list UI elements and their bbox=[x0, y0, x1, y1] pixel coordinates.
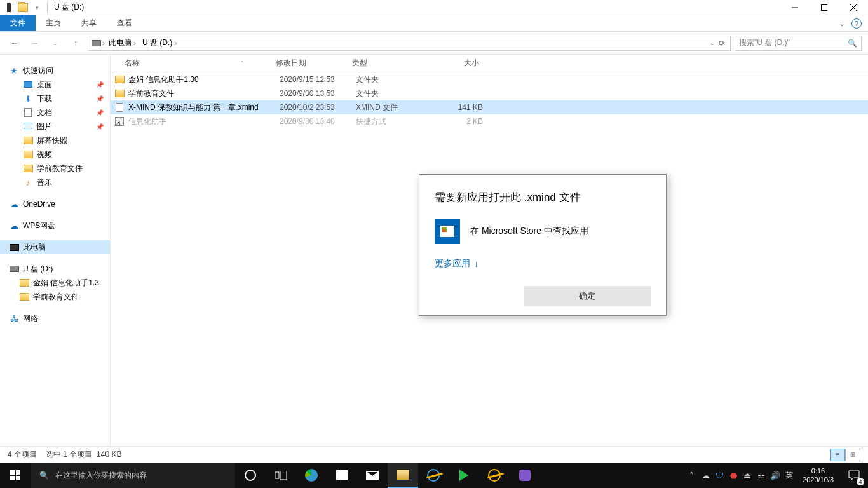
col-date[interactable]: 修改日期 bbox=[276, 58, 352, 69]
qat-folder-icon[interactable] bbox=[17, 1, 29, 14]
help-icon[interactable]: ? bbox=[851, 18, 862, 29]
taskbar-ie2[interactable] bbox=[479, 463, 510, 488]
sidebar-desktop[interactable]: 桌面📌 bbox=[0, 78, 110, 92]
sidebar-wps[interactable]: ☁WPS网盘 bbox=[0, 219, 110, 233]
taskbar-search[interactable]: 🔍在这里输入你要搜索的内容 bbox=[31, 463, 235, 488]
status-bar: 4 个项目 选中 1 个项目 140 KB ≡ ⊞ bbox=[0, 446, 868, 463]
tab-home[interactable]: 主页 bbox=[36, 15, 71, 31]
file-row[interactable]: ↗信息化助手2020/9/30 13:40快捷方式2 KB bbox=[111, 114, 868, 128]
tray-overflow-icon[interactable]: ˄ bbox=[684, 471, 698, 480]
sidebar-usb-drive[interactable]: U 盘 (D:) bbox=[0, 262, 110, 276]
tray-eject-icon[interactable]: ⏏ bbox=[740, 471, 754, 480]
download-icon: ⬇ bbox=[23, 93, 33, 104]
crumb-drive[interactable]: U 盘 (D:)› bbox=[140, 36, 179, 50]
file-name: 信息化助手 bbox=[128, 116, 280, 127]
file-icon bbox=[114, 74, 125, 85]
sidebar-usb-folder2[interactable]: 学前教育文件 bbox=[0, 290, 110, 304]
notifications-button[interactable]: 4 bbox=[840, 463, 868, 488]
tab-file[interactable]: 文件 bbox=[0, 15, 36, 31]
sidebar-documents[interactable]: 文档📌 bbox=[0, 105, 110, 119]
file-date: 2020/9/30 13:40 bbox=[280, 117, 356, 126]
pin-icon: 📌 bbox=[96, 109, 104, 116]
search-box[interactable]: 搜索"U 盘 (D:)" 🔍 bbox=[735, 36, 862, 51]
sidebar-quick-access[interactable]: ★快速访问 bbox=[0, 64, 110, 78]
start-button[interactable] bbox=[0, 463, 31, 488]
taskbar-media[interactable] bbox=[449, 463, 479, 488]
back-button[interactable]: ← bbox=[6, 35, 23, 51]
taskbar-ie[interactable] bbox=[418, 463, 449, 488]
ribbon-expand-icon[interactable]: ⌄ bbox=[839, 19, 845, 28]
store-option[interactable]: 在 Microsoft Store 中查找应用 bbox=[435, 219, 651, 244]
sidebar-downloads[interactable]: ⬇下载📌 bbox=[0, 92, 110, 105]
title-bar: ▾ U 盘 (D:) bbox=[0, 0, 868, 15]
svg-rect-1 bbox=[822, 4, 827, 10]
refresh-icon[interactable]: ⟳ bbox=[719, 39, 725, 48]
sidebar-network[interactable]: 🖧网络 bbox=[0, 311, 110, 325]
music-icon: ♪ bbox=[23, 177, 33, 187]
folder-icon bbox=[19, 292, 29, 302]
sidebar-screenshots[interactable]: 屏幕快照 bbox=[0, 133, 110, 147]
ok-button[interactable]: 确定 bbox=[524, 286, 651, 306]
sidebar-onedrive[interactable]: ☁OneDrive bbox=[0, 197, 110, 211]
col-name[interactable]: 名称˄ bbox=[111, 58, 276, 69]
file-row[interactable]: 金娟 信息化助手1.302020/9/15 12:53文件夹 bbox=[111, 72, 868, 86]
sidebar-videos[interactable]: 视频 bbox=[0, 147, 110, 161]
sidebar-usb-folder1[interactable]: 金娟 信息化助手1.3 bbox=[0, 276, 110, 290]
tray-app-icon[interactable]: ⬣ bbox=[726, 471, 740, 480]
more-apps-link[interactable]: 更多应用↓ bbox=[435, 258, 651, 269]
tab-view[interactable]: 查看 bbox=[107, 15, 142, 31]
sidebar-folder-edu[interactable]: 学前教育文件 bbox=[0, 161, 110, 175]
view-details-button[interactable]: ≡ bbox=[830, 449, 845, 461]
taskbar-app[interactable] bbox=[510, 463, 540, 488]
view-icons-button[interactable]: ⊞ bbox=[845, 449, 860, 461]
file-icon: ↗ bbox=[114, 116, 125, 126]
taskbar-store[interactable] bbox=[327, 463, 357, 488]
file-icon bbox=[114, 102, 125, 112]
sidebar-music[interactable]: ♪音乐 bbox=[0, 175, 110, 189]
search-placeholder: 搜索"U 盘 (D:)" bbox=[739, 37, 790, 48]
folder-icon bbox=[23, 163, 33, 173]
tray-wifi-icon[interactable]: ⚍ bbox=[754, 471, 768, 480]
star-icon: ★ bbox=[9, 65, 19, 76]
ms-store-icon bbox=[435, 219, 460, 244]
tray-volume-icon[interactable]: 🔊 bbox=[768, 471, 782, 480]
minimize-button[interactable] bbox=[780, 0, 810, 15]
sidebar-thispc[interactable]: 此电脑 bbox=[0, 240, 110, 254]
file-row[interactable]: X-MIND 保教知识与能力 第一章.xmind2020/10/2 23:53X… bbox=[111, 100, 868, 114]
status-count: 4 个项目 bbox=[8, 449, 37, 460]
qat-dropdown-icon[interactable]: ▾ bbox=[31, 1, 43, 14]
taskbar-explorer[interactable] bbox=[388, 463, 418, 488]
recent-dropdown[interactable]: ⌄ bbox=[47, 35, 64, 51]
tray-security-icon[interactable]: 🛡 bbox=[712, 471, 726, 480]
forward-button[interactable]: → bbox=[27, 35, 43, 51]
col-type[interactable]: 类型 bbox=[352, 58, 428, 69]
search-icon[interactable]: 🔍 bbox=[848, 39, 857, 48]
col-size[interactable]: 大小 bbox=[428, 58, 485, 69]
network-icon: 🖧 bbox=[9, 313, 19, 323]
tab-share[interactable]: 共享 bbox=[71, 15, 107, 31]
taskbar-mail[interactable] bbox=[357, 463, 388, 488]
svg-rect-4 bbox=[275, 472, 279, 478]
chevron-down-icon: ↓ bbox=[474, 259, 478, 269]
file-list: 名称˄ 修改日期 类型 大小 金娟 信息化助手1.302020/9/15 12:… bbox=[111, 55, 868, 463]
tray-ime[interactable]: 英 bbox=[782, 470, 796, 481]
file-row[interactable]: 学前教育文件2020/9/30 13:53文件夹 bbox=[111, 86, 868, 100]
file-name: X-MIND 保教知识与能力 第一章.xmind bbox=[128, 102, 280, 113]
store-option-label: 在 Microsoft Store 中查找应用 bbox=[470, 226, 588, 237]
close-button[interactable] bbox=[839, 0, 868, 15]
tray-onedrive-icon[interactable]: ☁ bbox=[698, 471, 712, 480]
sidebar-pictures[interactable]: 图片📌 bbox=[0, 119, 110, 133]
tray-clock[interactable]: 0:162020/10/3 bbox=[796, 466, 840, 484]
crumb-thispc[interactable]: 此电脑› bbox=[106, 36, 139, 50]
pin-icon: 📌 bbox=[96, 95, 104, 102]
address-dropdown-icon[interactable]: ⌄ bbox=[710, 40, 715, 46]
address-bar[interactable]: › 此电脑› U 盘 (D:)› ⌄ ⟳ bbox=[88, 36, 731, 51]
up-button[interactable]: ↑ bbox=[67, 35, 84, 51]
maximize-button[interactable] bbox=[810, 0, 839, 15]
task-view-button[interactable] bbox=[266, 463, 296, 488]
svg-rect-5 bbox=[280, 471, 287, 480]
cortana-button[interactable] bbox=[235, 463, 266, 488]
file-size: 141 KB bbox=[432, 103, 489, 112]
taskbar-edge[interactable] bbox=[296, 463, 327, 488]
folder-icon bbox=[23, 135, 33, 146]
